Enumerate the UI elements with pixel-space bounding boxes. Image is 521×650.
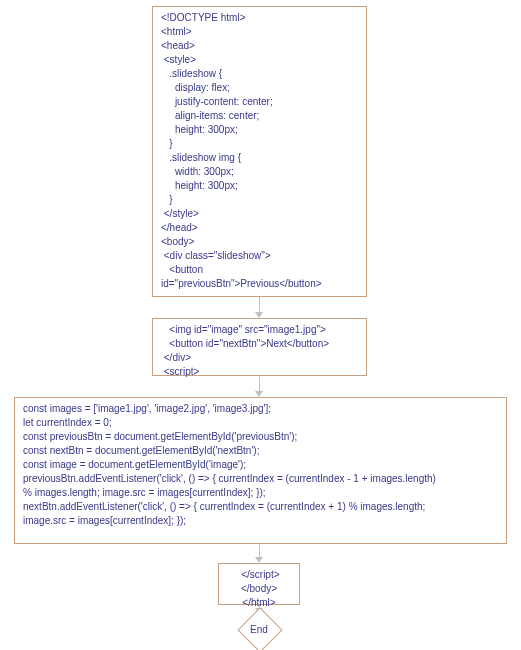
arrow-icon [255,312,263,318]
arrow-icon [255,557,263,563]
end-node-label: End [244,614,274,644]
edge-2 [259,376,260,391]
arrow-icon [255,391,263,397]
flow-node-4: </script> </body> </html> [218,563,300,605]
edge-1 [259,297,260,312]
flow-node-2: <img id="image" src="image1.jpg"> <butto… [152,318,367,376]
edge-3 [259,544,260,557]
flow-node-1: <!DOCTYPE html> <html> <head> <style> .s… [152,6,367,297]
flow-node-3: const images = ['image1.jpg', 'image2.jp… [14,397,507,544]
